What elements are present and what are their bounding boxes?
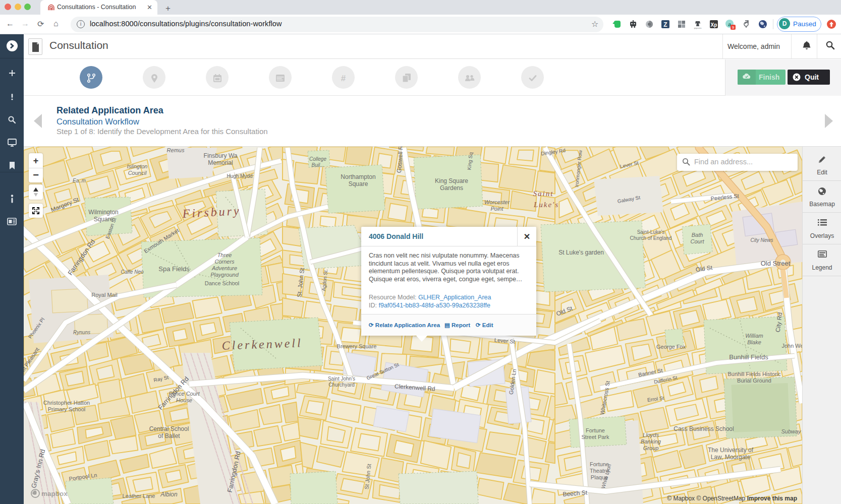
svg-text:Islington: Islington bbox=[127, 163, 148, 169]
svg-text:Fortune: Fortune bbox=[590, 461, 609, 467]
svg-text:gegevens: gegevens bbox=[694, 27, 702, 29]
svg-text:Burial Ground: Burial Ground bbox=[737, 377, 771, 384]
svg-text:Point: Point bbox=[490, 206, 503, 212]
svg-text:of Ballet: of Ballet bbox=[158, 432, 180, 439]
svg-text:Plaque: Plaque bbox=[591, 474, 608, 480]
svg-text:Adventure: Adventure bbox=[211, 265, 237, 271]
svg-text:Bunhill Fields Historic: Bunhill Fields Historic bbox=[727, 371, 781, 377]
svg-text:Primary School: Primary School bbox=[48, 406, 86, 412]
svg-text:Cass Business School: Cass Business School bbox=[674, 425, 734, 432]
svg-text:Subway: Subway bbox=[781, 428, 802, 434]
svg-text:Caffe Neo: Caffe Neo bbox=[121, 269, 143, 275]
svg-text:Worcester: Worcester bbox=[484, 199, 510, 205]
svg-text:Albion: Albion bbox=[160, 491, 178, 498]
svg-text:Royal Mail: Royal Mail bbox=[91, 292, 117, 298]
svg-text:Dance School: Dance School bbox=[205, 280, 240, 286]
svg-text:Blake: Blake bbox=[747, 339, 761, 345]
svg-text:George Fox: George Fox bbox=[656, 344, 686, 350]
svg-text:Old Street: Old Street bbox=[761, 260, 791, 267]
svg-text:Playground: Playground bbox=[210, 272, 239, 278]
svg-text:Church of England: Church of England bbox=[630, 235, 672, 241]
svg-text:Central School: Central School bbox=[149, 425, 189, 432]
svg-text:Memorial: Memorial bbox=[208, 159, 233, 166]
svg-text:Lloyds: Lloyds bbox=[643, 432, 659, 438]
svg-text:City News: City News bbox=[750, 237, 773, 243]
svg-text:Square: Square bbox=[94, 216, 114, 223]
svg-text:William: William bbox=[745, 333, 763, 339]
svg-text:Spa Fields: Spa Fields bbox=[158, 265, 190, 273]
svg-text:mapbox: mapbox bbox=[41, 490, 68, 497]
svg-text:Luke's: Luke's bbox=[533, 201, 559, 209]
svg-text:Square: Square bbox=[349, 180, 368, 187]
svg-text:John Wesl: John Wesl bbox=[781, 343, 802, 349]
svg-text:St Luke's garden: St Luke's garden bbox=[558, 249, 604, 256]
svg-text:Finsbury Wa: Finsbury Wa bbox=[204, 152, 238, 159]
svg-text:Ea..m: Ea..m bbox=[73, 178, 86, 183]
svg-text:Leather Lane: Leather Lane bbox=[123, 493, 155, 499]
svg-text:Xp: Xp bbox=[711, 22, 717, 28]
svg-text:Brewery Square: Brewery Square bbox=[337, 343, 377, 349]
svg-text:Churchyard: Churchyard bbox=[328, 382, 355, 388]
svg-text:Prince Court: Prince Court bbox=[169, 391, 200, 397]
svg-text:Group: Group bbox=[643, 445, 659, 451]
svg-text:The University of: The University of bbox=[708, 447, 754, 454]
svg-text:Wilmington: Wilmington bbox=[88, 209, 118, 216]
svg-text:Law, Moorgate: Law, Moorgate bbox=[711, 454, 751, 461]
svg-text:Corners: Corners bbox=[214, 259, 235, 265]
svg-text:Fortune: Fortune bbox=[586, 427, 605, 433]
svg-text:Bunhill Fields: Bunhill Fields bbox=[729, 353, 768, 361]
svg-text:College: College bbox=[309, 156, 326, 162]
svg-text:Hugh Mydd: Hugh Mydd bbox=[227, 173, 252, 179]
svg-text:Street Park: Street Park bbox=[581, 434, 609, 440]
svg-text:#: # bbox=[341, 74, 346, 82]
svg-text:Northampton: Northampton bbox=[341, 173, 375, 180]
svg-text:Theatre: Theatre bbox=[590, 468, 609, 474]
svg-text:Saint John's: Saint John's bbox=[328, 376, 355, 382]
svg-text:Z: Z bbox=[663, 21, 667, 28]
svg-text:Gardens: Gardens bbox=[440, 184, 463, 192]
svg-text:Rynuns: Rynuns bbox=[73, 330, 90, 335]
svg-text:Remus: Remus bbox=[167, 147, 185, 153]
svg-text:Buil...: Buil... bbox=[311, 162, 324, 168]
svg-text:Christopher Hatton: Christopher Hatton bbox=[43, 400, 90, 406]
svg-text:Bath: Bath bbox=[692, 232, 703, 238]
svg-text:Three: Three bbox=[217, 252, 232, 258]
svg-text:Banking: Banking bbox=[641, 438, 661, 445]
svg-text:House: House bbox=[176, 397, 192, 403]
svg-text:Saint: Saint bbox=[533, 190, 554, 198]
svg-text:9: 9 bbox=[732, 25, 735, 30]
svg-text:Court: Court bbox=[691, 238, 705, 244]
svg-text:Council: Council bbox=[128, 170, 147, 176]
svg-text:Saint-Luke's: Saint-Luke's bbox=[637, 229, 665, 235]
svg-text:King Square: King Square bbox=[435, 177, 468, 184]
